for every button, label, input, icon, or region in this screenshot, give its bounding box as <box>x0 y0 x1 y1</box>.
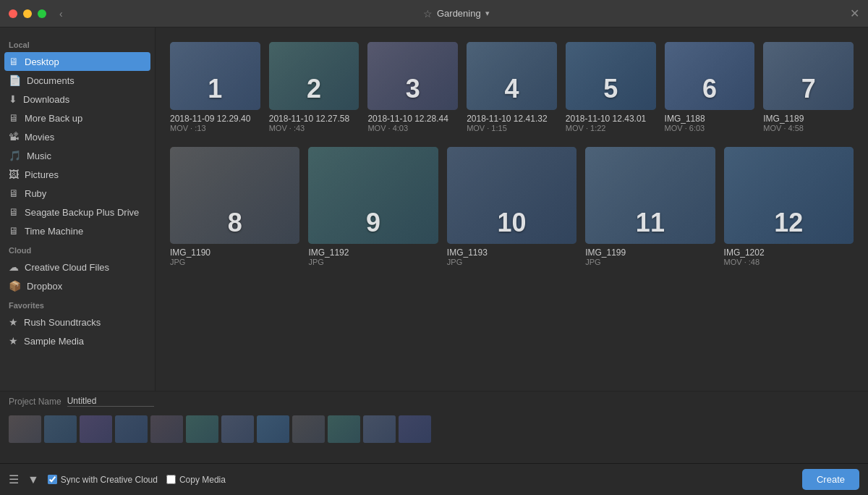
filmstrip-thumb[interactable] <box>292 415 325 443</box>
title-chevron-icon[interactable]: ▾ <box>485 9 490 18</box>
filmstrip-thumb[interactable] <box>186 415 218 443</box>
sidebar-item-label: Documents <box>27 75 75 86</box>
media-grid-row2: 8 IMG_1190 JPG 9 IMG_1192 JPG 10 IMG_119… <box>170 147 854 267</box>
filmstrip-thumb[interactable] <box>9 415 41 443</box>
sidebar-item-time-machine[interactable]: 🖥 Time Machine <box>0 221 155 240</box>
sidebar-item-rush-soundtracks[interactable]: ★ Rush Soundtracks <box>0 313 155 331</box>
movies-icon: 📽 <box>9 131 19 143</box>
media-thumbnail: 2 <box>269 42 359 110</box>
media-meta: MOV · 4:03 <box>367 124 458 132</box>
media-number: 9 <box>366 208 380 238</box>
filmstrip-thumb-overlay <box>328 415 360 443</box>
filmstrip-thumb-overlay <box>115 415 148 443</box>
filmstrip-thumb-overlay <box>292 415 325 443</box>
sync-checkbox[interactable] <box>48 475 57 484</box>
filmstrip-thumb[interactable] <box>221 415 254 443</box>
filmstrip-thumb[interactable] <box>363 415 396 443</box>
filmstrip-thumb-overlay <box>9 415 41 443</box>
create-button[interactable]: Create <box>802 469 859 490</box>
window-title: Gardening <box>437 8 481 19</box>
media-item[interactable]: 12 IMG_1202 MOV · :48 <box>724 147 854 267</box>
copy-media-checkbox[interactable] <box>166 475 176 484</box>
sync-label: Sync with Creative Cloud <box>61 475 158 485</box>
sidebar-item-desktop[interactable]: 🖥 Desktop <box>4 52 150 71</box>
sidebar-item-label: Dropbox <box>27 281 62 292</box>
media-thumbnail: 7 <box>763 42 854 110</box>
filmstrip-thumb[interactable] <box>80 415 112 443</box>
sidebar-item-movies[interactable]: 📽 Movies <box>0 127 155 146</box>
media-item[interactable]: 1 2018-11-09 12.29.40 MOV · :13 <box>170 42 260 132</box>
window-close-button[interactable]: ✕ <box>850 7 859 20</box>
sidebar-item-label: Creative Cloud Files <box>25 262 109 273</box>
sidebar-item-label: Pictures <box>25 169 59 180</box>
filmstrip-thumb[interactable] <box>115 415 148 443</box>
media-item[interactable]: 7 IMG_1189 MOV · 4:58 <box>763 42 854 132</box>
filmstrip-thumb[interactable] <box>399 415 431 443</box>
media-thumbnail: 11 <box>585 147 715 245</box>
sidebar-item-label: Downloads <box>23 94 69 105</box>
media-meta: MOV · 4:58 <box>763 124 854 132</box>
media-number: 2 <box>307 74 321 104</box>
sidebar-item-music[interactable]: 🎵 Music <box>0 146 155 165</box>
sidebar-item-downloads[interactable]: ⬇ Downloads <box>0 90 155 109</box>
filmstrip-thumb[interactable] <box>257 415 289 443</box>
sort-icon[interactable]: ☰ <box>9 473 19 486</box>
media-item[interactable]: 2 2018-11-10 12.27.58 MOV · :43 <box>269 42 359 132</box>
media-meta: MOV · 1:22 <box>566 124 656 132</box>
maximize-button[interactable] <box>38 9 46 18</box>
media-item[interactable]: 4 2018-11-10 12.41.32 MOV · 1:15 <box>467 42 557 132</box>
minimize-button[interactable] <box>23 9 32 18</box>
sidebar-item-ruby[interactable]: 🖥 Ruby <box>0 184 155 203</box>
media-item[interactable]: 10 IMG_1193 JPG <box>447 147 576 267</box>
media-item[interactable]: 5 2018-11-10 12.43.01 MOV · 1:22 <box>566 42 656 132</box>
filmstrip-thumb-overlay <box>257 415 289 443</box>
media-number: 10 <box>497 208 526 238</box>
star-icon: ★ <box>9 335 18 347</box>
media-item[interactable]: 11 IMG_1199 JPG <box>585 147 715 267</box>
copy-media-checkbox-label[interactable]: Copy Media <box>166 475 226 485</box>
close-button[interactable] <box>9 9 17 18</box>
titlebar-title-area: ☆ Gardening ▾ <box>423 8 490 20</box>
media-name: IMG_1188 <box>665 114 755 124</box>
filmstrip-thumb[interactable] <box>44 415 77 443</box>
media-number: 1 <box>208 74 222 104</box>
media-number: 3 <box>406 74 420 104</box>
media-number: 5 <box>603 74 618 104</box>
media-thumbnail: 1 <box>170 42 260 110</box>
star-icon: ★ <box>9 316 18 328</box>
main-layout: Local 🖥 Desktop 📄 Documents ⬇ Downloads … <box>0 28 868 391</box>
sidebar: Local 🖥 Desktop 📄 Documents ⬇ Downloads … <box>0 28 156 391</box>
sidebar-item-more-backup[interactable]: 🖥 More Back up <box>0 109 155 127</box>
project-name-input[interactable] <box>67 396 154 407</box>
sidebar-item-seagate[interactable]: 🖥 Seagate Backup Plus Drive <box>0 203 155 221</box>
sidebar-item-documents[interactable]: 📄 Documents <box>0 71 155 90</box>
media-number: 4 <box>504 74 519 104</box>
project-name-label: Project Name <box>9 397 61 407</box>
media-item[interactable]: 8 IMG_1190 JPG <box>170 147 299 267</box>
media-meta: JPG <box>585 258 715 266</box>
documents-icon: 📄 <box>9 75 21 86</box>
sidebar-item-label: Sample Media <box>24 336 84 347</box>
filmstrip-thumb[interactable] <box>150 415 183 443</box>
filmstrip <box>0 411 868 447</box>
sidebar-item-dropbox[interactable]: 📦 Dropbox <box>0 276 155 295</box>
downloads-icon: ⬇ <box>9 93 17 105</box>
filter-icon[interactable]: ▼ <box>27 473 39 486</box>
sidebar-item-creative-cloud[interactable]: ☁ Creative Cloud Files <box>0 258 155 276</box>
filmstrip-thumb-overlay <box>44 415 77 443</box>
media-name: 2018-11-10 12.43.01 <box>566 114 656 124</box>
media-item[interactable]: 9 IMG_1192 JPG <box>308 147 438 267</box>
collapse-sidebar-button[interactable]: ‹ <box>59 8 63 20</box>
media-item[interactable]: 3 2018-11-10 12.28.44 MOV · 4:03 <box>367 42 458 132</box>
sidebar-item-sample-media[interactable]: ★ Sample Media <box>0 331 155 350</box>
favorite-icon[interactable]: ☆ <box>423 8 433 20</box>
media-number: 6 <box>702 74 717 104</box>
local-section-label: Local <box>0 35 155 52</box>
filmstrip-thumb-overlay <box>221 415 254 443</box>
sidebar-item-pictures[interactable]: 🖼 Pictures <box>0 165 155 184</box>
media-item[interactable]: 6 IMG_1188 MOV · 6:03 <box>665 42 755 132</box>
sync-checkbox-label[interactable]: Sync with Creative Cloud <box>48 475 158 485</box>
filmstrip-thumb[interactable] <box>328 415 360 443</box>
copy-media-label: Copy Media <box>179 475 226 485</box>
sidebar-item-label: Desktop <box>25 56 59 67</box>
